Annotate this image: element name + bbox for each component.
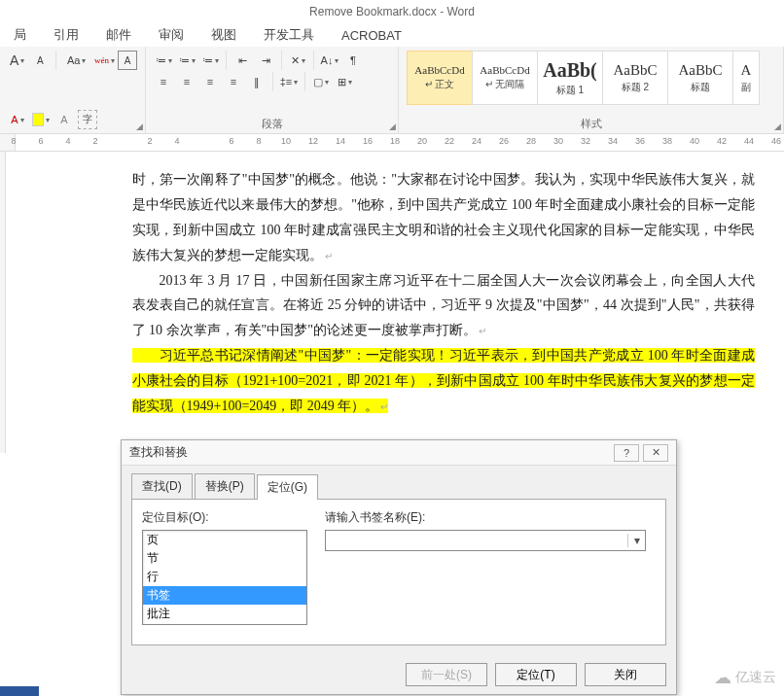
borders-button[interactable]: ⊞ [335, 72, 354, 91]
align-justify-button[interactable]: ≡ [224, 72, 243, 91]
window-title: Remove Bookmark.docx - Word [309, 5, 475, 18]
dialog-help-button[interactable]: ? [614, 444, 639, 462]
style-heading2[interactable]: AaBbC 标题 2 [602, 51, 668, 105]
separator [304, 72, 305, 91]
dialog-titlebar[interactable]: 查找和替换 ? ✕ [122, 440, 676, 466]
dialog-tabs: 查找(D) 替换(P) 定位(G) [131, 473, 666, 500]
goto-target-label: 定位目标(O): [142, 509, 307, 526]
dialog-title: 查找和替换 [129, 444, 188, 461]
find-replace-dialog: 查找和替换 ? ✕ 查找(D) 替换(P) 定位(G) 定位目标(O): 页节行… [121, 439, 677, 695]
align-right-button[interactable]: ≡ [200, 72, 220, 91]
cloud-icon: ☁ [714, 667, 731, 688]
bookmark-name-label: 请输入书签名称(E): [325, 509, 656, 526]
goto-button[interactable]: 定位(T) [495, 663, 577, 686]
style-normal[interactable]: AaBbCcDd ↵ 正文 [407, 51, 473, 105]
align-left-button[interactable]: ≡ [154, 72, 173, 91]
asian-layout-button[interactable]: ✕ [288, 51, 307, 70]
tab-goto[interactable]: 定位(G) [257, 474, 318, 500]
font-group: A A Aa wén A A A 字 ◢ [0, 47, 146, 133]
highlight-button[interactable] [31, 110, 51, 129]
style-gallery[interactable]: AaBbCcDd ↵ 正文 AaBbCcDd ↵ 无间隔 AaBb( 标题 1 … [407, 51, 775, 105]
paragraph-group: ≔ ≔ ≔ ⇤ ⇥ ✕ A↓ ¶ ≡ ≡ ≡ ≡ ‖ ‡≡ ▢ ⊞ 段落 ◢ [146, 47, 399, 133]
tab-references[interactable]: 引用 [40, 26, 92, 44]
paragraph-highlighted[interactable]: 习近平总书记深情阐述"中国梦"：一定能实现！习近平表示，到中国共产党成立 100… [132, 343, 755, 419]
watermark: ☁ 亿速云 [714, 667, 776, 688]
goto-target-item[interactable]: 书签 [143, 586, 306, 605]
tab-view[interactable]: 视图 [197, 26, 250, 44]
document-area[interactable]: 时，第一次阐释了"中国梦"的概念。他说："大家都在讨论中国梦。我认为，实现中华民… [0, 152, 784, 453]
goto-panel: 定位目标(O): 页节行书签批注脚注 请输入书签名称(E): ▾ [131, 500, 666, 645]
style-subtitle[interactable]: A 副 [732, 51, 760, 105]
paragraph-expand-icon[interactable]: ◢ [389, 122, 396, 131]
dialog-footer: 前一处(S) 定位(T) 关闭 [122, 655, 676, 694]
separator [281, 51, 282, 70]
enclose-button[interactable]: 字 [78, 110, 97, 129]
paragraph[interactable]: 2013 年 3 月 17 日，中国新任国家主席习近平在十二届全国人大一次会议闭… [132, 268, 755, 344]
page-content[interactable]: 时，第一次阐释了"中国梦"的概念。他说："大家都在讨论中国梦。我认为，实现中华民… [6, 152, 784, 453]
align-distribute-button[interactable]: ‖ [247, 72, 267, 91]
goto-target-item[interactable]: 脚注 [143, 623, 306, 625]
font-color-button[interactable]: A [8, 110, 27, 129]
align-center-button[interactable]: ≡ [177, 72, 196, 91]
styles-group: AaBbCcDd ↵ 正文 AaBbCcDd ↵ 无间隔 AaBb( 标题 1 … [399, 47, 784, 133]
styles-label: 样式 [407, 115, 775, 131]
bookmark-name-combo[interactable]: ▾ [325, 530, 646, 551]
close-button[interactable]: 关闭 [585, 663, 666, 686]
indent-increase-button[interactable]: ⇥ [256, 51, 275, 70]
show-marks-button[interactable]: ¶ [343, 51, 363, 70]
shading-button[interactable]: ▢ [311, 72, 331, 91]
tab-replace[interactable]: 替换(P) [195, 473, 255, 499]
styles-expand-icon[interactable]: ◢ [774, 122, 781, 131]
clear-format-button[interactable]: A [54, 110, 74, 129]
shrink-font-button[interactable]: A [31, 51, 51, 70]
separator [313, 51, 314, 70]
change-case-button[interactable]: Aa [62, 51, 90, 70]
goto-target-item[interactable]: 行 [143, 568, 306, 586]
bookmark-name-input[interactable] [326, 534, 627, 547]
ribbon: A A Aa wén A A A 字 ◢ ≔ ≔ ≔ ⇤ ⇥ ✕ A↓ ¶ [0, 47, 784, 134]
ribbon-tabs: 局 引用 邮件 审阅 视图 开发工具 ACROBAT [0, 23, 784, 47]
multilevel-button[interactable]: ≔ [200, 51, 220, 70]
phonetic-guide-button[interactable]: wén [94, 51, 114, 70]
numbering-button[interactable]: ≔ [177, 51, 196, 70]
highlight-swatch-icon [32, 113, 44, 126]
goto-target-item[interactable]: 批注 [143, 605, 306, 623]
separator [272, 72, 273, 91]
char-border-button[interactable]: A [118, 51, 137, 70]
window-titlebar: Remove Bookmark.docx - Word [0, 0, 784, 23]
tab-acrobat[interactable]: ACROBAT [328, 28, 415, 43]
tab-mailings[interactable]: 邮件 [92, 26, 145, 44]
tab-layout[interactable]: 局 [0, 26, 40, 44]
paragraph-label: 段落 [154, 115, 390, 131]
sort-button[interactable]: A↓ [320, 51, 339, 70]
paragraph[interactable]: 时，第一次阐释了"中国梦"的概念。他说："大家都在讨论中国梦。我认为，实现中华民… [132, 167, 755, 268]
previous-button[interactable]: 前一处(S) [406, 663, 487, 686]
chevron-down-icon[interactable]: ▾ [627, 534, 645, 547]
ruler[interactable]: 8642246810121416182022242628303234363840… [0, 134, 784, 152]
bullets-button[interactable]: ≔ [154, 51, 173, 70]
dialog-close-button[interactable]: ✕ [643, 444, 668, 462]
style-nospacing[interactable]: AaBbCcDd ↵ 无间隔 [472, 51, 538, 105]
style-title[interactable]: AaBbC 标题 [667, 51, 733, 105]
tab-find[interactable]: 查找(D) [131, 473, 193, 499]
goto-target-item[interactable]: 节 [143, 549, 306, 568]
style-heading1[interactable]: AaBb( 标题 1 [537, 51, 603, 105]
separator [226, 51, 227, 70]
separator [55, 51, 56, 70]
goto-target-item[interactable]: 页 [143, 531, 306, 549]
line-spacing-button[interactable]: ‡≡ [279, 72, 299, 91]
tab-review[interactable]: 审阅 [145, 26, 197, 44]
tab-developer[interactable]: 开发工具 [250, 26, 328, 44]
grow-font-button[interactable]: A [8, 51, 27, 70]
status-bar[interactable] [0, 686, 39, 696]
indent-decrease-button[interactable]: ⇤ [232, 51, 252, 70]
font-expand-icon[interactable]: ◢ [136, 122, 143, 131]
goto-target-listbox[interactable]: 页节行书签批注脚注 [142, 530, 307, 625]
